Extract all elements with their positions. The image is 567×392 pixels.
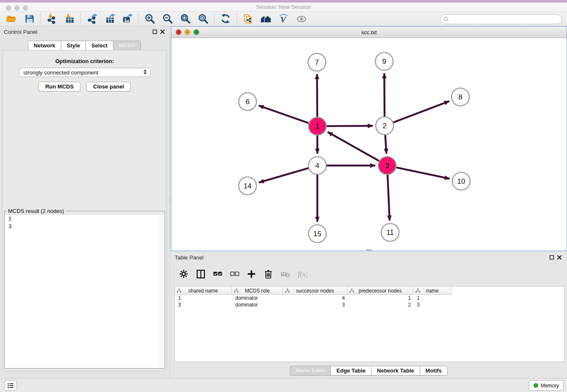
zoom-out-button[interactable] — [159, 13, 176, 25]
graph-edge-4-14[interactable] — [259, 168, 309, 182]
graph-edge-3-1[interactable] — [328, 132, 379, 161]
column-header-predecessor-nodes[interactable]: predecessor nodes — [347, 287, 413, 295]
column-header-name[interactable]: name — [413, 287, 451, 295]
criterion-dropdown[interactable]: strongly connected component — [19, 68, 150, 77]
column-header-label: name — [426, 288, 438, 294]
titlebar-accent — [0, 0, 567, 3]
table-cell: dominator — [232, 301, 283, 308]
deselect-all-icon — [229, 269, 239, 279]
column-header-successor-nodes[interactable]: successor nodes — [283, 287, 347, 295]
tab-select[interactable]: Select — [85, 41, 113, 50]
zoom-selected-button[interactable] — [194, 13, 212, 25]
control-panel-tabs: NetworkStyleSelectMCDS — [0, 41, 169, 50]
import-network-button[interactable] — [43, 13, 61, 25]
table-cell: 3 — [175, 301, 232, 308]
search-input[interactable] — [451, 16, 561, 23]
svg-text:f(x): f(x) — [298, 270, 307, 278]
show-hide-graphics-button[interactable] — [292, 13, 310, 25]
import-table-icon — [64, 13, 75, 25]
refresh-button[interactable] — [217, 13, 234, 25]
mcds-result-area[interactable]: 13 — [5, 215, 164, 368]
toggle-columns-button[interactable] — [194, 268, 207, 280]
dropdown-chevrons-icon — [143, 69, 147, 75]
graph-edge-1-6[interactable] — [259, 105, 309, 123]
graph-edge-1-7[interactable] — [317, 74, 317, 117]
float-table-panel-icon[interactable] — [549, 255, 554, 260]
tab-node-table[interactable]: Node Table — [290, 366, 331, 375]
column-sort-icon — [416, 288, 420, 293]
add-row-button[interactable] — [245, 268, 258, 280]
graph-edge-2-3[interactable] — [385, 135, 386, 154]
save-session-icon — [24, 13, 35, 25]
open-session-button[interactable] — [3, 13, 20, 25]
toolbar-separator — [80, 14, 81, 25]
export-network-button[interactable] — [83, 13, 101, 25]
tab-network[interactable]: Network — [28, 41, 61, 50]
memory-button[interactable]: Memory — [529, 380, 564, 391]
canvas-resize-grip[interactable] — [366, 249, 372, 251]
toolbar-separator — [138, 14, 139, 25]
delete-row-button[interactable] — [261, 268, 275, 280]
close-panel-button[interactable]: Close panel — [86, 82, 131, 91]
import-table-button[interactable] — [61, 13, 78, 25]
column-header-shared-name[interactable]: shared name — [175, 287, 232, 295]
table-cell: 1 — [347, 295, 413, 301]
deselect-all-button[interactable] — [228, 268, 241, 280]
tab-mcds[interactable]: MCDS — [113, 41, 141, 50]
criterion-dropdown-value: strongly connected component — [23, 69, 98, 76]
show-panels-button[interactable] — [4, 380, 17, 391]
import-network-icon — [46, 13, 58, 25]
tab-network-table[interactable]: Network Table — [371, 366, 420, 375]
application-window: Session: New Session V Control Panel Net… — [0, 0, 567, 392]
memory-button-label: Memory — [541, 383, 559, 389]
main-content: Control Panel NetworkStyleSelectMCDS Opt… — [0, 26, 567, 378]
zoom-fit-button[interactable] — [176, 13, 194, 25]
tab-edge-table[interactable]: Edge Table — [330, 366, 371, 375]
network-canvas[interactable]: 7968124314101511 — [171, 38, 567, 251]
column-sort-icon — [177, 288, 182, 293]
graph-node-label: 9 — [382, 58, 386, 66]
run-mcds-button[interactable]: Run MCDS — [39, 82, 80, 91]
control-panel-title: Control Panel — [4, 29, 37, 35]
export-image-button[interactable] — [118, 13, 136, 25]
close-panel-icon[interactable] — [160, 29, 165, 34]
duplicate-network-button[interactable] — [239, 13, 257, 25]
table-row[interactable]: 1dominator411 — [175, 295, 564, 301]
graph-node-label: 7 — [315, 58, 319, 66]
tab-motifs[interactable]: Motifs — [420, 366, 448, 375]
node-table[interactable]: shared nameMCDS rolesuccessor nodesprede… — [174, 286, 564, 362]
mcds-tab-content: Optimization criterion: strongly connect… — [3, 50, 167, 371]
table-settings-button[interactable] — [177, 268, 190, 280]
close-table-panel-icon[interactable] — [557, 255, 562, 260]
table-row[interactable]: 3dominator323 — [175, 301, 564, 308]
first-neighbors-button[interactable] — [257, 13, 275, 25]
status-bar: Memory — [0, 378, 567, 392]
network-view-title: scc.txt — [171, 29, 567, 36]
result-scrollbar[interactable] — [160, 215, 164, 368]
network-window-titlebar[interactable]: scc.txt — [171, 27, 567, 38]
toolbar-buttons: V — [3, 13, 310, 25]
column-header-mcds-role[interactable]: MCDS role — [232, 287, 283, 295]
table-settings-icon — [179, 269, 189, 279]
float-panel-icon[interactable] — [152, 29, 157, 34]
graph-edge-2-8[interactable] — [393, 101, 449, 123]
search-box[interactable] — [440, 14, 562, 24]
graph-edge-3-10[interactable] — [396, 167, 450, 179]
apply-style-button[interactable]: V — [275, 13, 292, 25]
table-body: 1dominator4113dominator323 — [175, 295, 564, 362]
network-graph[interactable]: 7968124314101511 — [171, 38, 567, 251]
export-image-icon — [122, 13, 133, 25]
export-table-button[interactable] — [101, 13, 118, 25]
column-sort-icon — [234, 288, 239, 293]
graph-edge-3-11[interactable] — [388, 174, 390, 221]
main-toolbar: V — [0, 12, 567, 26]
graph-node-label: 3 — [385, 162, 389, 170]
mcds-result-line: 1 — [5, 215, 164, 223]
zoom-in-button[interactable] — [141, 13, 159, 25]
graph-edge-2-9[interactable] — [384, 73, 385, 117]
graph-edge-1-2[interactable] — [326, 126, 373, 126]
save-session-button[interactable] — [20, 13, 38, 25]
select-all-button[interactable] — [211, 268, 224, 280]
duplicate-network-icon — [242, 13, 254, 25]
tab-style[interactable]: Style — [61, 41, 86, 50]
